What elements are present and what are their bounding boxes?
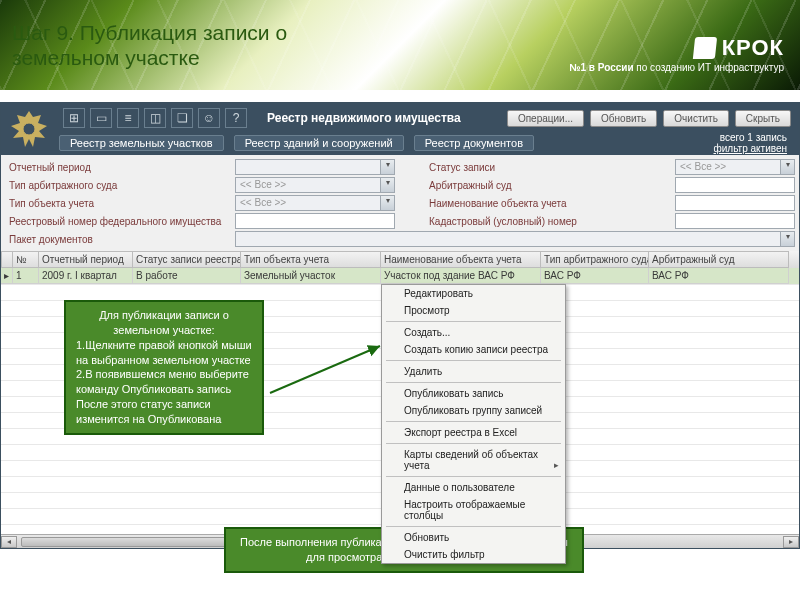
col-marker[interactable]	[1, 251, 13, 268]
app-header: ⊞ ▭ ≡ ◫ ❏ ☺ ? Реестр недвижимого имущест…	[1, 103, 799, 133]
scroll-left-icon[interactable]: ◂	[1, 536, 17, 548]
input-court[interactable]	[675, 177, 795, 193]
user-icon[interactable]: ☺	[198, 108, 220, 128]
clear-button[interactable]: Очистить	[663, 110, 729, 127]
filter-status: всего 1 запись фильтр активен	[714, 132, 792, 154]
menu-delete[interactable]: Удалить	[382, 363, 565, 380]
brand-subline-rest: по созданию ИТ инфраструктур	[636, 62, 784, 73]
cell-objtype: Земельный участок	[241, 268, 381, 284]
operations-button[interactable]: Операции...	[507, 110, 584, 127]
cell-period: 2009 г. I квартал	[39, 268, 133, 284]
select-court-type[interactable]: << Все >>▾	[235, 177, 395, 193]
app-title: Реестр недвижимого имущества	[267, 111, 461, 125]
menu-create[interactable]: Создать...	[382, 324, 565, 341]
label-court: Арбитражный суд	[425, 180, 675, 191]
instruction-callout-1: Для публикации записи о земельном участк…	[64, 300, 264, 435]
callout1-title: Для публикации записи о земельном участк…	[76, 308, 252, 338]
label-obj-type: Тип объекта учета	[5, 198, 235, 209]
label-status: Статус записи	[425, 162, 675, 173]
menu-edit[interactable]: Редактировать	[382, 285, 565, 302]
menu-refresh[interactable]: Обновить	[382, 529, 565, 546]
label-obj-name: Наименование объекта учета	[425, 198, 675, 209]
input-fed-num[interactable]	[235, 213, 395, 229]
label-pack: Пакет документов	[5, 234, 235, 245]
cell-court: ВАС РФ	[649, 268, 789, 284]
col-court[interactable]: Арбитражный суд	[649, 251, 789, 268]
callout1-step2: 2.В появившемся меню выберите команду Оп…	[76, 367, 252, 397]
col-period[interactable]: Отчетный период	[39, 251, 133, 268]
menu-view[interactable]: Просмотр	[382, 302, 565, 319]
cell-status: В работе	[133, 268, 241, 284]
menu-columns[interactable]: Настроить отображаемые столбцы	[382, 496, 565, 524]
chevron-down-icon[interactable]: ▾	[380, 196, 394, 210]
doc-icon[interactable]: ❏	[171, 108, 193, 128]
menu-clear-filter[interactable]: Очистить фильтр	[382, 546, 565, 563]
callout1-step1: 1.Щелкните правой кнопкой мыши на выбран…	[76, 338, 252, 368]
table-row[interactable]: ▸ 1 2009 г. I квартал В работе Земельный…	[1, 268, 799, 284]
scroll-right-icon[interactable]: ▸	[783, 536, 799, 548]
filter-panel: Отчетный период ▾ Статус записи << Все >…	[1, 155, 799, 251]
tab-land-registry[interactable]: Реестр земельных участков	[59, 135, 224, 151]
slide-title-line2: земельном участке	[12, 45, 287, 70]
tabs-bar: Реестр земельных участков Реестр зданий …	[1, 133, 799, 155]
col-objname[interactable]: Наименование объекта учета	[381, 251, 541, 268]
menu-copy[interactable]: Создать копию записи реестра	[382, 341, 565, 358]
menu-publish[interactable]: Опубликовать запись	[382, 385, 565, 402]
window-icon[interactable]: ▭	[90, 108, 112, 128]
brand-subline: №1 в России по созданию ИТ инфраструктур	[569, 62, 784, 73]
chevron-down-icon[interactable]: ▾	[780, 160, 794, 174]
chevron-down-icon[interactable]: ▾	[780, 232, 794, 246]
tab-buildings-registry[interactable]: Реестр зданий и сооружений	[234, 135, 404, 151]
menu-publish-group[interactable]: Опубликовать группу записей	[382, 402, 565, 419]
chevron-down-icon[interactable]: ▾	[380, 178, 394, 192]
select-status[interactable]: << Все >>▾	[675, 159, 795, 175]
label-fed-num: Реестровый номер федерального имущества	[5, 216, 235, 227]
select-pack[interactable]: ▾	[235, 231, 795, 247]
eagle-emblem-icon	[7, 109, 51, 151]
tab-documents-registry[interactable]: Реестр документов	[414, 135, 534, 151]
slide-title: Шаг 9. Публикация записи о земельном уча…	[12, 20, 287, 70]
label-cadastral: Кадастровый (условный) номер	[425, 216, 675, 227]
cell-objname: Участок под здание ВАС РФ	[381, 268, 541, 284]
toolbar-icons: ⊞ ▭ ≡ ◫ ❏ ☺ ?	[63, 108, 247, 128]
col-status[interactable]: Статус записи реестра	[133, 251, 241, 268]
scroll-thumb[interactable]	[21, 537, 241, 547]
chart-icon[interactable]: ◫	[144, 108, 166, 128]
input-cadastral[interactable]	[675, 213, 795, 229]
menu-user[interactable]: Данные о пользователе	[382, 479, 565, 496]
cell-num: 1	[13, 268, 39, 284]
help-icon[interactable]: ?	[225, 108, 247, 128]
select-period[interactable]: ▾	[235, 159, 395, 175]
hide-button[interactable]: Скрыть	[735, 110, 791, 127]
callout1-result: После этого статус записи изменится на О…	[76, 397, 252, 427]
col-courttype[interactable]: Тип арбитражного суда	[541, 251, 649, 268]
col-num[interactable]: №	[13, 251, 39, 268]
brand-logo: КРОК	[694, 35, 784, 61]
brand-subline-lead: №1 в России	[569, 62, 633, 73]
grid-header: № Отчетный период Статус записи реестра …	[1, 251, 799, 268]
menu-export[interactable]: Экспорт реестра в Excel	[382, 424, 565, 441]
slide-banner: Шаг 9. Публикация записи о земельном уча…	[0, 0, 800, 90]
chevron-down-icon[interactable]: ▾	[380, 160, 394, 174]
record-count: всего 1 запись	[714, 132, 788, 143]
menu-cards[interactable]: Карты сведений об объектах учета	[382, 446, 565, 474]
slide-title-line1: Шаг 9. Публикация записи о	[12, 20, 287, 45]
columns-icon[interactable]: ⊞	[63, 108, 85, 128]
refresh-button[interactable]: Обновить	[590, 110, 657, 127]
input-obj-name[interactable]	[675, 195, 795, 211]
label-court-type: Тип арбитражного суда	[5, 180, 235, 191]
row-marker-icon: ▸	[1, 268, 13, 284]
filter-active-link[interactable]: фильтр активен	[714, 143, 788, 154]
svg-point-0	[23, 123, 35, 135]
label-period: Отчетный период	[5, 162, 235, 173]
col-objtype[interactable]: Тип объекта учета	[241, 251, 381, 268]
cell-courttype: ВАС РФ	[541, 268, 649, 284]
select-obj-type[interactable]: << Все >>▾	[235, 195, 395, 211]
list-icon[interactable]: ≡	[117, 108, 139, 128]
brand-mark-icon	[692, 37, 716, 59]
context-menu: Редактировать Просмотр Создать... Создат…	[381, 284, 566, 564]
brand-text: КРОК	[722, 35, 784, 61]
